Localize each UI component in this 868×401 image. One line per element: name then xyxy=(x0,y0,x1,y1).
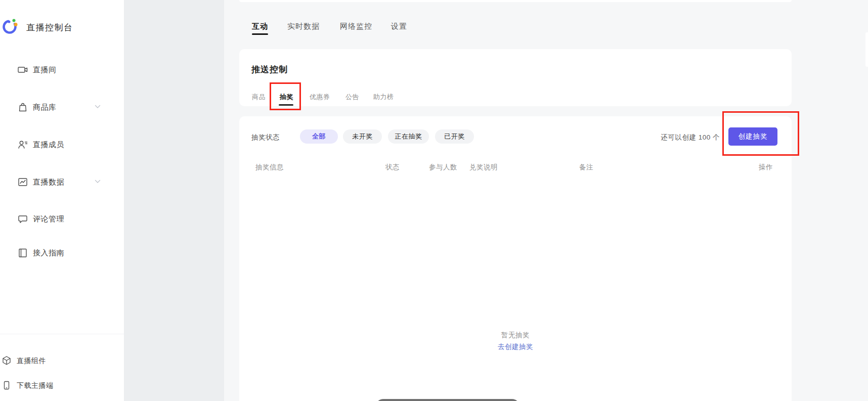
push-control-card: 推送控制 商品 抽奖 优惠券 公告 助力榜 xyxy=(239,49,792,106)
panel-title: 推送控制 xyxy=(251,64,288,75)
sidebar-item-label: 商品库 xyxy=(33,103,57,112)
subtab-boost-ranking[interactable]: 助力榜 xyxy=(373,93,394,102)
sidebar-item-label: 直播数据 xyxy=(33,177,64,187)
sidebar-item-live-room[interactable]: 直播间 xyxy=(0,59,124,81)
lottery-status-filter-label: 抽奖状态 xyxy=(251,133,280,142)
live-console-page: 直播控制台 直播间 商品库 xyxy=(0,0,868,401)
sidebar-item-live-components[interactable]: 直播组件 xyxy=(0,351,124,370)
tab-settings[interactable]: 设置 xyxy=(391,22,407,31)
subtab-products[interactable]: 商品 xyxy=(252,93,266,102)
sidebar-item-live-members[interactable]: 直播成员 xyxy=(0,133,124,156)
tab-network-monitor[interactable]: 网络监控 xyxy=(340,22,372,31)
cube-icon xyxy=(2,355,12,366)
empty-state-text: 暂无抽奖 xyxy=(239,331,792,340)
lottery-list-card: 抽奖状态 全部 未开奖 正在抽奖 已开奖 还可以创建 100 个 创建抽奖 抽奖… xyxy=(239,116,792,401)
status-pill-drawing[interactable]: 正在抽奖 xyxy=(388,129,429,144)
column-header-remarks: 备注 xyxy=(579,163,593,172)
empty-state-create-link[interactable]: 去创建抽奖 xyxy=(239,342,792,351)
app-title: 直播控制台 xyxy=(26,22,73,33)
chart-icon xyxy=(17,176,28,188)
sidebar-item-label: 接入指南 xyxy=(33,248,64,258)
bag-icon xyxy=(17,102,28,113)
brand: 直播控制台 xyxy=(1,18,122,36)
status-pill-drawn[interactable]: 已开奖 xyxy=(435,129,474,144)
partial-popup-top-edge xyxy=(375,399,520,401)
tab-interaction[interactable]: 互动 xyxy=(252,22,268,31)
sidebar-item-label: 评论管理 xyxy=(33,214,64,224)
column-header-status: 状态 xyxy=(385,163,400,172)
sidebar-item-integration-guide[interactable]: 接入指南 xyxy=(0,242,124,264)
comment-icon xyxy=(17,213,28,225)
guide-icon xyxy=(17,247,28,258)
phone-icon xyxy=(2,380,12,390)
subtab-lottery[interactable]: 抽奖 xyxy=(280,93,293,102)
status-pill-not-drawn[interactable]: 未开奖 xyxy=(343,129,382,144)
app-logo-icon xyxy=(2,18,19,35)
column-header-redeem-instructions: 兑奖说明 xyxy=(469,163,498,172)
sidebar-item-comment-management[interactable]: 评论管理 xyxy=(0,208,124,230)
active-subtab-underline xyxy=(279,104,293,106)
tab-realtime-data[interactable]: 实时数据 xyxy=(287,22,320,31)
member-icon xyxy=(17,139,28,150)
active-tab-underline xyxy=(252,33,268,35)
chevron-down-icon[interactable] xyxy=(94,179,101,184)
sidebar-item-label: 直播间 xyxy=(33,65,57,75)
subtab-coupons[interactable]: 优惠券 xyxy=(310,93,330,102)
sidebar-item-label: 下载主播端 xyxy=(17,381,54,390)
column-header-participants: 参与人数 xyxy=(429,163,457,172)
sidebar-item-label: 直播组件 xyxy=(17,357,46,366)
sidebar-item-label: 直播成员 xyxy=(33,140,64,150)
sidebar-divider xyxy=(0,334,124,334)
sidebar-item-product-library[interactable]: 商品库 xyxy=(0,96,124,118)
sidebar: 直播控制台 直播间 商品库 xyxy=(0,0,124,401)
sidebar-item-live-data[interactable]: 直播数据 xyxy=(0,171,124,193)
column-header-lottery-info: 抽奖信息 xyxy=(255,163,284,172)
chevron-down-icon[interactable] xyxy=(94,104,101,109)
create-lottery-button[interactable]: 创建抽奖 xyxy=(728,127,777,146)
camera-icon xyxy=(17,64,28,75)
scrollbar-thumb[interactable] xyxy=(865,32,868,67)
remaining-quota-text: 还可以创建 100 个 xyxy=(661,133,720,142)
sidebar-item-download-anchor-app[interactable]: 下载主播端 xyxy=(0,376,124,394)
status-pill-all[interactable]: 全部 xyxy=(300,129,338,144)
subtab-announcement[interactable]: 公告 xyxy=(345,93,359,102)
scrolled-card-bottom-edge xyxy=(239,0,792,2)
column-header-actions: 操作 xyxy=(759,163,773,172)
